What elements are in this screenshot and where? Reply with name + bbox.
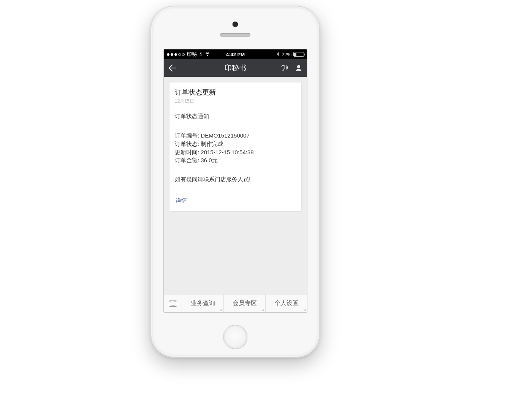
order-amount-row: 订单金额: 36.0元 xyxy=(175,156,296,165)
order-amount-value: 36.0元 xyxy=(201,157,217,163)
update-time-row: 更新时间: 2015-12-15 10:54:38 xyxy=(175,148,296,157)
submenu-indicator-icon xyxy=(261,308,264,311)
update-time-label: 更新时间: xyxy=(175,149,199,155)
order-no-value: DEMO1512150007 xyxy=(201,132,249,139)
phone-shell: 印秘书 4:42 PM 22% xyxy=(150,6,320,358)
phone-camera xyxy=(233,22,238,27)
menu-personal-settings[interactable]: 个人设置 xyxy=(266,294,307,312)
notification-card[interactable]: 订单状态更新 12月15日 订单状态通知 订单编号: DEMO151215000… xyxy=(169,82,302,212)
order-status-row: 订单状态: 制作完成 xyxy=(175,140,296,148)
status-bar: 印秘书 4:42 PM 22% xyxy=(164,49,307,59)
details-link[interactable]: 详情 xyxy=(175,191,296,211)
keyboard-toggle-button[interactable] xyxy=(164,294,182,312)
submenu-indicator-icon xyxy=(303,308,306,311)
order-no-row: 订单编号: DEMO1512150007 xyxy=(175,131,296,140)
phone-home-button[interactable] xyxy=(223,325,247,349)
keyboard-icon xyxy=(169,301,177,307)
bluetooth-icon xyxy=(277,51,280,57)
battery-pct: 22% xyxy=(282,52,291,57)
wifi-icon xyxy=(205,52,210,57)
menu-label: 业务查询 xyxy=(191,299,215,307)
signal-dots-icon xyxy=(167,53,185,56)
menu-label: 会员专区 xyxy=(233,299,257,307)
menu-business-query[interactable]: 业务查询 xyxy=(182,294,224,312)
back-button[interactable] xyxy=(168,64,177,72)
card-title: 订单状态更新 xyxy=(175,88,296,97)
battery-icon xyxy=(293,52,304,57)
order-no-label: 订单编号: xyxy=(175,132,199,139)
nav-bar: 印秘书 xyxy=(164,59,307,77)
card-body: 订单编号: DEMO1512150007 订单状态: 制作完成 更新时间: xyxy=(175,131,296,165)
card-subtitle: 订单状态通知 xyxy=(175,113,296,120)
screen: 印秘书 4:42 PM 22% xyxy=(163,49,307,313)
content-area[interactable]: 订单状态更新 12月15日 订单状态通知 订单编号: DEMO151215000… xyxy=(164,77,307,294)
menu-label: 个人设置 xyxy=(274,299,299,307)
profile-icon[interactable] xyxy=(295,64,302,72)
wechat-menu-bar: 业务查询 会员专区 个人设置 xyxy=(164,294,307,312)
order-status-label: 订单状态: xyxy=(175,141,199,147)
order-status-value: 制作完成 xyxy=(201,141,223,147)
phone-speaker xyxy=(220,33,250,37)
earpiece-mode-icon[interactable] xyxy=(280,64,288,72)
carrier-label: 印秘书 xyxy=(187,51,202,58)
submenu-indicator-icon xyxy=(220,308,222,311)
menu-member-zone[interactable]: 会员专区 xyxy=(224,294,266,312)
card-date: 12月15日 xyxy=(175,98,296,104)
card-footnote: 如有疑问请联系门店服务人员! xyxy=(175,176,296,183)
update-time-value: 2015-12-15 10:54:38 xyxy=(201,149,253,155)
order-amount-label: 订单金额: xyxy=(175,157,199,163)
